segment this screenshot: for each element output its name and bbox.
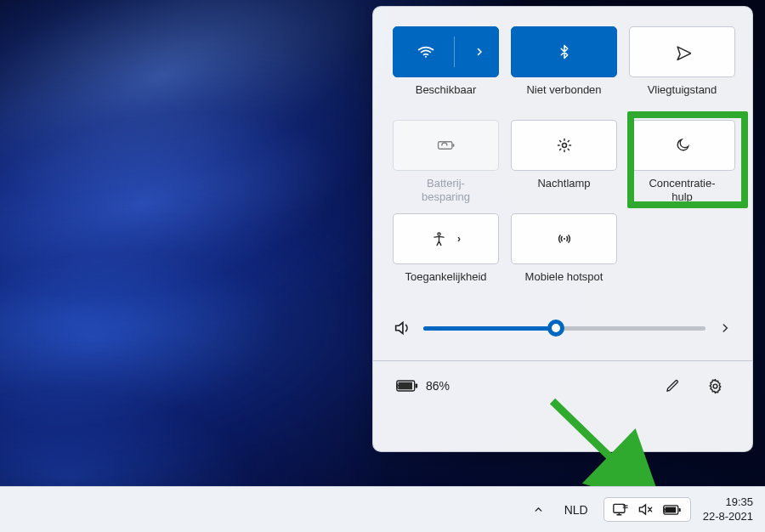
svg-point-9 xyxy=(713,384,717,388)
volume-row xyxy=(393,313,733,343)
battery-charging-icon xyxy=(396,379,418,393)
hotspot-button[interactable] xyxy=(511,213,617,264)
accessibility-label: Toegankelijkheid xyxy=(405,270,486,301)
battery-saver-icon xyxy=(436,137,456,154)
airplane-icon xyxy=(674,43,691,60)
speaker-icon[interactable] xyxy=(393,319,411,337)
focus-assist-button[interactable] xyxy=(629,120,735,171)
hotspot-icon xyxy=(555,230,574,247)
network-icon xyxy=(613,503,628,517)
edit-quick-settings-button[interactable] xyxy=(658,371,687,400)
taskbar-clock[interactable]: 19:35 22-8-2021 xyxy=(703,495,753,524)
bluetooth-icon xyxy=(557,44,572,59)
tile-hotspot: Mobiele hotspot xyxy=(511,213,617,301)
svg-rect-14 xyxy=(665,507,676,512)
tile-battery-saver: Batterij- besparing xyxy=(393,120,499,207)
svg-rect-2 xyxy=(452,144,454,146)
volume-muted-icon xyxy=(638,502,654,517)
quick-settings-tiles: Beschikbaar Niet verbonden xyxy=(393,26,733,301)
airplane-button[interactable] xyxy=(629,26,735,77)
language-indicator[interactable]: NLD xyxy=(561,500,592,520)
bluetooth-button[interactable] xyxy=(511,26,617,77)
taskbar: NLD 19:35 22-8-2021 xyxy=(0,486,765,532)
bluetooth-label: Niet verbonden xyxy=(526,83,601,114)
svg-rect-8 xyxy=(399,382,412,390)
airplane-label: Vliegtuigstand xyxy=(648,83,717,114)
battery-saver-label: Batterij- besparing xyxy=(422,177,470,207)
svg-point-3 xyxy=(562,144,566,148)
chevron-right-icon: › xyxy=(457,233,461,245)
tile-airplane: Vliegtuigstand xyxy=(629,26,735,114)
moon-icon xyxy=(675,138,690,153)
wifi-icon xyxy=(417,43,434,60)
accessibility-button[interactable]: › xyxy=(393,213,499,264)
svg-rect-13 xyxy=(678,507,680,511)
hotspot-label: Mobiele hotspot xyxy=(525,270,604,301)
tile-accessibility: › Toegankelijkheid xyxy=(393,213,499,301)
svg-point-5 xyxy=(563,238,564,240)
volume-slider[interactable] xyxy=(423,320,706,337)
night-light-button[interactable] xyxy=(511,120,617,171)
wifi-button[interactable] xyxy=(393,26,499,77)
battery-percent-text: 86% xyxy=(426,379,450,393)
tile-wifi: Beschikbaar xyxy=(393,26,499,114)
quick-settings-panel: Beschikbaar Niet verbonden xyxy=(372,6,753,452)
clock-time: 19:35 xyxy=(703,495,753,509)
clock-date: 22-8-2021 xyxy=(703,510,753,524)
wifi-label: Beschikbaar xyxy=(416,83,477,114)
tile-focus-assist: Concentratie- hulp xyxy=(629,120,735,207)
volume-expand-button[interactable] xyxy=(717,319,733,337)
system-tray-button[interactable] xyxy=(604,497,691,522)
chevron-right-icon xyxy=(474,47,484,57)
night-light-label: Nachtlamp xyxy=(537,177,590,207)
tray-overflow-button[interactable] xyxy=(528,499,549,520)
accessibility-icon xyxy=(431,231,447,247)
open-settings-button[interactable] xyxy=(700,371,729,400)
svg-rect-7 xyxy=(416,383,418,388)
focus-assist-label: Concentratie- hulp xyxy=(649,177,715,207)
battery-status[interactable]: 86% xyxy=(396,379,450,393)
tile-bluetooth: Niet verbonden xyxy=(511,26,617,114)
brightness-icon xyxy=(556,137,573,154)
battery-tray-icon xyxy=(663,504,682,516)
tile-night-light: Nachtlamp xyxy=(511,120,617,207)
battery-saver-button xyxy=(393,120,499,171)
svg-point-4 xyxy=(438,232,440,235)
gear-icon xyxy=(707,378,723,394)
quick-settings-footer: 86% xyxy=(393,361,733,410)
pencil-icon xyxy=(665,378,680,393)
svg-point-0 xyxy=(425,56,427,58)
